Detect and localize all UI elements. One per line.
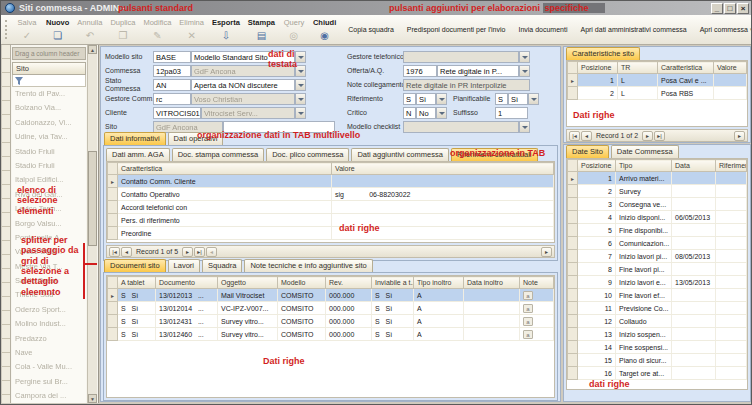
table-row[interactable]: 3Consegna ve... [568,198,747,211]
critico-code-field[interactable]: N [403,107,416,119]
table-row[interactable]: 10Fine lavori ef... [568,289,747,302]
cell-rif[interactable] [716,237,747,250]
hscroll-left-button[interactable]: ◂ [206,247,217,257]
cell-data[interactable] [672,354,716,367]
row-header[interactable] [108,328,118,341]
table-row[interactable]: S Sì13/012431 ...Survey vitro...COMSITO0… [108,315,554,328]
cell-a[interactable]: S Sì [118,315,156,328]
cell-tipo[interactable]: Fine sospensi... [616,341,672,354]
tab-dati-amm-aga[interactable]: Dati amm. AGA [106,148,170,161]
tab-date-commessa[interactable]: Date Commessa [611,145,679,158]
row-header[interactable] [568,341,578,354]
table-row[interactable]: 4Inizio disponi...06/05/2013 [568,211,747,224]
cell-pos[interactable]: 12 [578,315,616,328]
tab-lavori[interactable]: Lavori [168,259,200,272]
modello-sito-code-field[interactable]: BASE [153,51,191,63]
tab-caratteristiche-sito[interactable]: Caratteristiche sito [566,47,640,60]
cell-doc[interactable]: 13/012013 ... [156,289,218,302]
site-row-predazzo[interactable]: Predazzo [12,332,86,346]
cell-tipo[interactable]: Inizio disponi... [616,211,672,224]
toolbar-esporta-button[interactable]: Esporta⇩ [208,16,244,43]
tab-doc-plico-commessa[interactable]: Doc. plico commessa [266,148,349,161]
column-header-tipo[interactable]: Tipo [616,160,672,172]
cell-tipo[interactable]: Inizio lavori pi... [616,250,672,263]
stato-desc-field[interactable]: Aperta da NON discutere [191,79,295,91]
cell-pos[interactable]: 5 [578,224,616,237]
toolbar-button-apri-commessa[interactable]: Apri commessa [700,26,748,33]
cell-data[interactable] [464,315,520,328]
cell-note[interactable]: a [520,328,554,341]
nav-prev-button[interactable]: ◂ [121,247,132,257]
pianificabile-desc-field[interactable]: Sì [508,93,528,105]
cell-data[interactable] [672,263,716,276]
cell-data[interactable] [464,302,520,315]
cell-tipo[interactable]: Arrivo materi... [616,172,672,185]
note-icon[interactable]: a [523,330,533,339]
hscroll-right-button[interactable]: ▸ [541,247,552,257]
cell-pos[interactable]: 13 [578,328,616,341]
cell-tipo[interactable]: Collaudo [616,315,672,328]
nav-first-button[interactable]: |◂ [569,131,580,141]
column-header-tipo-inoltro[interactable]: Tipo inoltro [414,277,464,289]
table-row[interactable]: Preordine [108,227,554,240]
site-row-bolzano-via[interactable]: Bolzano Via... [12,101,86,115]
cell-pos[interactable]: 10 [578,289,616,302]
cell-rif[interactable] [716,198,747,211]
nav-next-button[interactable]: ▸ [642,131,653,141]
table-row[interactable]: 16Target ore at... [568,367,747,380]
cell-rev[interactable]: 000.000 [326,302,372,315]
gestore-comm-code-field[interactable]: rc [153,93,191,105]
toolbar-overflow-icon[interactable]: ▾ [748,26,752,34]
cell-c[interactable]: Accordi telefonici con [118,201,332,214]
cell-data[interactable]: 06/05/2013 [672,211,716,224]
cell-v[interactable]: sig 06-88203022 [332,188,554,201]
table-row[interactable]: 14Fine sospensi... [568,341,747,354]
table-row[interactable]: S Sì13/012014 ...VC-IPZ-V007...COMSITO00… [108,302,554,315]
row-header[interactable] [568,211,578,224]
cell-pos[interactable]: 7 [578,250,616,263]
cell-data[interactable] [464,328,520,341]
suffisso-field[interactable]: 1 [495,107,528,119]
cell-tipo[interactable]: Consegna ve... [616,198,672,211]
row-header[interactable] [568,276,578,289]
note-icon[interactable]: a [523,317,533,326]
cell-tipo[interactable]: Comunicazion... [616,237,672,250]
cell-data[interactable] [672,289,716,302]
row-header[interactable] [568,302,578,315]
cell-data[interactable] [672,315,716,328]
cell-pos[interactable]: 3 [578,198,616,211]
cell-pos[interactable]: 2 [578,87,618,100]
cell-car[interactable]: Posa Cavi e ... [658,74,714,87]
table-row[interactable]: 7Inizio lavori pi...08/05/2013 [568,250,747,263]
column-header-rev[interactable]: Rev. [326,277,372,289]
cell-data[interactable] [672,198,716,211]
site-row-pergine-sul-br[interactable]: Pergine sul Br... [12,375,86,389]
table-row[interactable]: 12Collaudo [568,315,747,328]
cell-data[interactable] [672,341,716,354]
cell-tipo[interactable]: Target ore at... [616,367,672,380]
cell-tipo[interactable]: A [414,289,464,302]
cell-rif[interactable] [716,367,747,380]
stato-code-field[interactable]: AN [153,79,191,91]
gestore-telefonico-dropdown[interactable] [519,51,530,63]
row-header[interactable] [568,185,578,198]
row-header[interactable] [568,354,578,367]
toolbar-button-invia-documenti[interactable]: Invia documenti [518,26,567,33]
nav-prev-button[interactable]: ◂ [581,131,592,141]
row-header[interactable]: ▸ [568,74,578,87]
cell-data[interactable] [672,172,716,185]
cell-inv[interactable]: S Sì [372,302,414,315]
cell-doc[interactable]: 13/012460 ... [156,328,218,341]
hscroll-right-button[interactable]: ▸ [734,131,745,141]
cell-doc[interactable]: 13/012431 ... [156,315,218,328]
riferimento-dropdown[interactable] [436,93,447,105]
table-row[interactable]: 2Survey [568,185,747,198]
cell-rev[interactable]: 000.000 [326,315,372,328]
cell-tr[interactable]: L [618,74,658,87]
site-row-borgo-valsu[interactable]: Borgo Valsu... [12,217,86,231]
cell-tipo[interactable]: A [414,328,464,341]
row-header[interactable] [568,289,578,302]
row-header[interactable] [568,367,578,380]
group-by-box[interactable]: Drag a column header [12,47,86,60]
row-header[interactable] [108,315,118,328]
